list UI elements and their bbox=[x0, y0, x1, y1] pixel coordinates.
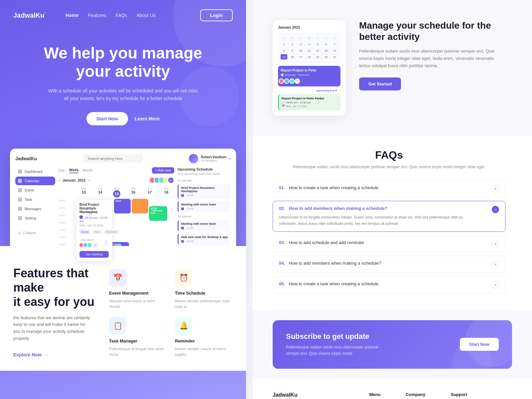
footer-company: Company Terms of use Privacy Police Cook… bbox=[406, 392, 431, 399]
sidebar-dashboard[interactable]: Dashboard bbox=[15, 167, 55, 176]
sidebar-setting[interactable]: Setting bbox=[15, 214, 55, 222]
tab-month[interactable]: Month bbox=[82, 168, 93, 173]
faq-item-5[interactable]: 05. How to create a task when creating a… bbox=[273, 276, 505, 294]
start-now-button[interactable]: Start Now bbox=[86, 112, 128, 125]
cal-cell[interactable]: 21 bbox=[331, 54, 338, 60]
day-header-mon: Mon 13 bbox=[76, 186, 92, 199]
subscribe-section: Subscribe to get update Pellentesque nul… bbox=[273, 320, 512, 369]
cal-cell[interactable]: 16 bbox=[289, 54, 296, 60]
user-avatar bbox=[189, 154, 198, 163]
nav-about[interactable]: About Us bbox=[136, 13, 156, 18]
footer: JadwalKu* JadwalKu makes your schedule b… bbox=[253, 379, 532, 399]
learn-more-button[interactable]: Learn More bbox=[135, 112, 160, 125]
cal-cell[interactable]: 14 bbox=[331, 48, 338, 53]
event-management-icon: 📅 bbox=[109, 269, 126, 287]
cal-cell[interactable]: 12 bbox=[314, 48, 321, 53]
cal-cell[interactable]: 10 bbox=[298, 48, 304, 53]
upcoming-event-1: Brief Project Nusantara Mantapjiwa - 10:… bbox=[178, 184, 231, 199]
plus-icon[interactable]: ⋮ bbox=[103, 240, 109, 246]
task-icon bbox=[18, 198, 22, 201]
features-text: Features that make it easy for you the f… bbox=[13, 266, 96, 357]
cal-cell[interactable]: 3 bbox=[298, 42, 304, 47]
schedule-heading: Manage your schedule for the better acti… bbox=[359, 20, 505, 42]
sidebar-event[interactable]: Event bbox=[15, 186, 55, 195]
footer-brand: JadwalKu* JadwalKu makes your schedule b… bbox=[273, 392, 349, 399]
subscribe-description: Pellentesque nullam soclis mus ullamcorp… bbox=[286, 344, 392, 357]
faqs-subtitle: Pellentesque nullam soclis mus ullamcorp… bbox=[273, 164, 505, 170]
cal-cell[interactable]: 4 bbox=[306, 42, 313, 47]
tab-day[interactable]: Day bbox=[59, 168, 65, 173]
faq-toggle-5[interactable]: + bbox=[492, 281, 499, 289]
cal-cell[interactable]: 17 bbox=[298, 54, 304, 60]
right-panel: Januari 2021 ⋯ S M T W T F S 1 2 3 bbox=[253, 0, 532, 399]
features-description: the features that we devine are certainl… bbox=[13, 315, 93, 342]
faq-item-1[interactable]: 01. How to create a task when creating a… bbox=[273, 180, 505, 198]
cal-cell[interactable]: 9 bbox=[289, 48, 296, 53]
get-started-button[interactable]: Get Started bbox=[359, 77, 401, 90]
nav-links: Home Features FAQs About Us bbox=[66, 13, 156, 18]
explore-link[interactable]: Explore Now → bbox=[13, 352, 96, 357]
cal-cell[interactable]: 13 bbox=[323, 48, 330, 53]
time-col: 09:00 10:00 11:00 12:00 13:00 14:00 15:0… bbox=[59, 199, 75, 250]
cal-cell[interactable]: 1 bbox=[281, 42, 287, 47]
cal-cell[interactable]: 2 bbox=[289, 42, 296, 47]
faq-item-3[interactable]: 03. How to add schedule and add reminder… bbox=[273, 235, 505, 252]
time-schedule-icon: ⏰ bbox=[175, 269, 192, 287]
tab-week[interactable]: Week bbox=[69, 168, 79, 173]
upcoming-event-link[interactable]: Upcoming Event → bbox=[278, 89, 340, 92]
prev-month-button[interactable]: ‹ bbox=[59, 178, 60, 183]
faq-toggle-1[interactable]: + bbox=[492, 185, 499, 193]
sidebar-task[interactable]: Task bbox=[15, 195, 55, 204]
feature-card-time: ⏰ Time Schedule Mauris aenean pellentesq… bbox=[175, 269, 233, 309]
cal-cell[interactable]: 8 bbox=[281, 48, 287, 53]
logo: JadwalKu* bbox=[13, 12, 46, 19]
mockup-event-2: Report Project in Peter Parker 🕐09:00 am… bbox=[278, 94, 340, 110]
event-icon bbox=[18, 188, 22, 192]
upcoming-event-4: Mak new state for desktop & app - 13:30 bbox=[178, 233, 231, 245]
subscribe-text: Subscribe to get update Pellentesque nul… bbox=[286, 332, 392, 357]
calendar-nav: ‹ Januari, 2021 › 3+ bbox=[59, 177, 174, 184]
feature-card-reminder: 🔔 Reminder Nullam semper mauris at lorem… bbox=[175, 317, 233, 357]
sidebar-calendar[interactable]: Calendar bbox=[15, 177, 55, 185]
add-new-button[interactable]: + Add new bbox=[152, 167, 174, 174]
join-meeting-button[interactable]: Join Meeting bbox=[79, 251, 109, 258]
nav-faqs[interactable]: FAQs bbox=[115, 13, 127, 18]
faqs-section: FAQs Pellentesque nullam soclis mus ulla… bbox=[253, 136, 532, 310]
schedule-mockup: Januari 2021 ⋯ S M T W T F S 1 2 3 bbox=[273, 20, 346, 116]
cal-cell[interactable]: 20 bbox=[323, 54, 330, 60]
schedule-text: Manage your schedule for the better acti… bbox=[359, 20, 505, 90]
cal-cell[interactable]: 6 bbox=[323, 42, 330, 47]
time-indicator bbox=[181, 194, 184, 197]
setting-icon bbox=[18, 216, 22, 220]
next-month-button[interactable]: › bbox=[88, 178, 90, 183]
mockup-event-1: Report Project in Peter 🕐 09:00 am - 09:… bbox=[278, 66, 340, 86]
faq-item-4[interactable]: 04. How to add members when making a sch… bbox=[273, 256, 505, 273]
cal-cell[interactable]: 18 bbox=[306, 54, 313, 60]
day-header-thu: Thu 16 bbox=[125, 186, 141, 199]
cal-cell[interactable]: 5 bbox=[314, 42, 321, 47]
reminder-icon: 🔔 bbox=[175, 317, 192, 334]
footer-top: JadwalKu* JadwalKu makes your schedule b… bbox=[273, 392, 512, 399]
cal-cell[interactable]: 19 bbox=[314, 54, 321, 60]
mockup-search-input[interactable] bbox=[83, 155, 143, 163]
calendar-icon bbox=[18, 179, 22, 183]
nav-home[interactable]: Home bbox=[66, 13, 78, 18]
arrow-right-icon: → bbox=[44, 352, 48, 357]
cal-cell[interactable]: 11 bbox=[306, 48, 313, 53]
mockup-header: JadwalKu Robert Vandium UI-Designer ▾ bbox=[15, 154, 231, 163]
cal-cell[interactable]: 7 bbox=[331, 42, 338, 47]
faq-item-2[interactable]: 02. How to add members when making a sch… bbox=[273, 201, 505, 231]
event-orange bbox=[132, 199, 148, 213]
avatar-count: 3+ bbox=[168, 177, 174, 184]
upcoming-event-2: Meeting with enver team - 13:00 bbox=[178, 201, 231, 212]
faq-toggle-3[interactable]: + bbox=[492, 240, 499, 247]
cal-cell-today[interactable]: 15 bbox=[281, 54, 287, 60]
nav-features[interactable]: Features bbox=[88, 13, 106, 18]
sidebar-messages[interactable]: Messages bbox=[15, 204, 55, 213]
view-more-link[interactable]: ⋯ bbox=[337, 26, 340, 29]
sidebar-collapse[interactable]: ◎ Collapse bbox=[15, 229, 55, 237]
faq-toggle-4[interactable]: + bbox=[492, 261, 499, 268]
time-indicator-2 bbox=[181, 207, 184, 210]
faq-toggle-2[interactable]: − bbox=[492, 206, 499, 213]
subscribe-button[interactable]: Start Now bbox=[460, 338, 499, 351]
